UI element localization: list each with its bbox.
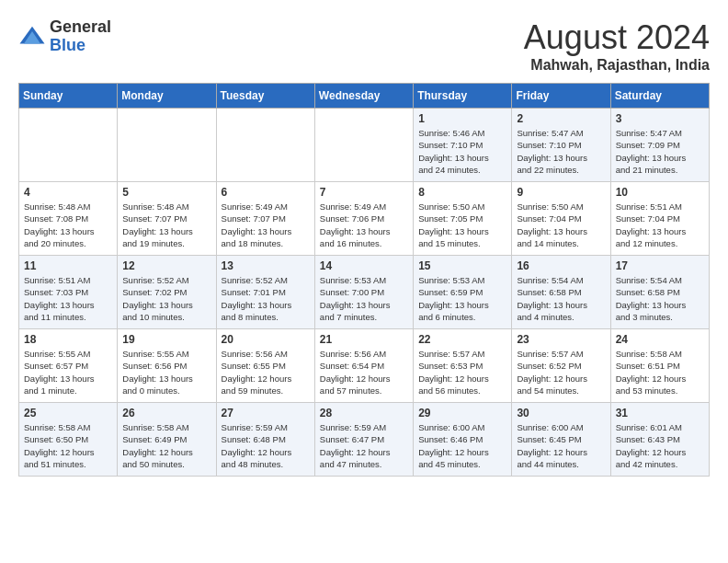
calendar-week-row: 11Sunrise: 5:51 AM Sunset: 7:03 PM Dayli… [19,256,710,329]
header-thursday: Thursday [414,84,512,109]
day-info: Sunrise: 5:50 AM Sunset: 7:04 PM Dayligh… [517,201,605,249]
day-info: Sunrise: 5:51 AM Sunset: 7:04 PM Dayligh… [616,201,704,249]
day-info: Sunrise: 5:53 AM Sunset: 7:00 PM Dayligh… [320,274,408,323]
logo: General Blue [18,18,111,55]
header-saturday: Saturday [610,84,709,109]
calendar-cell: 25Sunrise: 5:58 AM Sunset: 6:50 PM Dayli… [19,403,118,477]
page-header: General Blue August 2024 Mahwah, Rajasth… [18,18,710,74]
calendar-week-row: 4Sunrise: 5:48 AM Sunset: 7:08 PM Daylig… [19,182,710,256]
day-number: 10 [616,186,704,199]
calendar-cell: 1Sunrise: 5:46 AM Sunset: 7:10 PM Daylig… [414,109,512,182]
day-number: 11 [24,259,112,272]
day-number: 28 [320,407,408,419]
calendar-cell: 12Sunrise: 5:52 AM Sunset: 7:02 PM Dayli… [118,256,216,329]
day-number: 18 [24,333,112,346]
calendar-cell: 7Sunrise: 5:49 AM Sunset: 7:06 PM Daylig… [314,182,413,256]
calendar-cell: 26Sunrise: 5:58 AM Sunset: 6:49 PM Dayli… [118,403,216,477]
day-info: Sunrise: 5:46 AM Sunset: 7:10 PM Dayligh… [418,127,506,176]
day-number: 17 [616,259,704,272]
calendar-header-row: SundayMondayTuesdayWednesdayThursdayFrid… [19,84,710,109]
calendar-cell: 15Sunrise: 5:53 AM Sunset: 6:59 PM Dayli… [414,256,512,329]
title-block: August 2024 Mahwah, Rajasthan, India [524,18,710,74]
calendar-body: 1Sunrise: 5:46 AM Sunset: 7:10 PM Daylig… [19,109,710,477]
day-number: 12 [122,259,210,272]
calendar-cell: 13Sunrise: 5:52 AM Sunset: 7:01 PM Dayli… [216,256,314,329]
calendar-cell [118,109,216,182]
calendar-cell: 24Sunrise: 5:58 AM Sunset: 6:51 PM Dayli… [610,329,709,403]
day-number: 22 [418,333,506,346]
day-number: 5 [122,186,210,199]
day-info: Sunrise: 6:01 AM Sunset: 6:43 PM Dayligh… [616,421,704,470]
calendar-cell: 28Sunrise: 5:59 AM Sunset: 6:47 PM Dayli… [314,403,413,477]
day-info: Sunrise: 6:00 AM Sunset: 6:46 PM Dayligh… [418,421,506,470]
day-number: 13 [222,259,310,272]
day-number: 31 [616,407,704,419]
calendar-cell: 31Sunrise: 6:01 AM Sunset: 6:43 PM Dayli… [610,403,709,477]
day-info: Sunrise: 5:55 AM Sunset: 6:56 PM Dayligh… [122,348,210,396]
calendar-cell: 16Sunrise: 5:54 AM Sunset: 6:58 PM Dayli… [512,256,610,329]
day-info: Sunrise: 5:52 AM Sunset: 7:01 PM Dayligh… [222,274,310,323]
day-number: 3 [616,112,704,125]
calendar-cell: 11Sunrise: 5:51 AM Sunset: 7:03 PM Dayli… [19,256,118,329]
day-number: 14 [320,259,408,272]
day-number: 21 [320,333,408,346]
calendar-cell: 9Sunrise: 5:50 AM Sunset: 7:04 PM Daylig… [512,182,610,256]
day-info: Sunrise: 5:58 AM Sunset: 6:50 PM Dayligh… [24,421,112,470]
day-number: 16 [517,259,605,272]
day-info: Sunrise: 5:49 AM Sunset: 7:07 PM Dayligh… [222,201,310,249]
calendar-cell: 30Sunrise: 6:00 AM Sunset: 6:45 PM Dayli… [512,403,610,477]
day-info: Sunrise: 5:58 AM Sunset: 6:49 PM Dayligh… [122,421,210,470]
day-info: Sunrise: 5:55 AM Sunset: 6:57 PM Dayligh… [24,348,112,396]
day-number: 27 [222,407,310,419]
calendar-cell: 10Sunrise: 5:51 AM Sunset: 7:04 PM Dayli… [610,182,709,256]
calendar-cell: 5Sunrise: 5:48 AM Sunset: 7:07 PM Daylig… [118,182,216,256]
day-info: Sunrise: 5:49 AM Sunset: 7:06 PM Dayligh… [320,201,408,249]
day-info: Sunrise: 5:48 AM Sunset: 7:08 PM Dayligh… [24,201,112,249]
header-tuesday: Tuesday [216,84,314,109]
day-info: Sunrise: 5:54 AM Sunset: 6:58 PM Dayligh… [517,274,605,323]
calendar-cell [216,109,314,182]
day-info: Sunrise: 5:48 AM Sunset: 7:07 PM Dayligh… [122,201,210,249]
calendar-cell: 8Sunrise: 5:50 AM Sunset: 7:05 PM Daylig… [414,182,512,256]
day-info: Sunrise: 5:52 AM Sunset: 7:02 PM Dayligh… [122,274,210,323]
header-friday: Friday [512,84,610,109]
day-number: 1 [418,112,506,125]
calendar-cell: 6Sunrise: 5:49 AM Sunset: 7:07 PM Daylig… [216,182,314,256]
day-info: Sunrise: 5:56 AM Sunset: 6:55 PM Dayligh… [222,348,310,396]
calendar-week-row: 18Sunrise: 5:55 AM Sunset: 6:57 PM Dayli… [19,329,710,403]
day-number: 30 [517,407,605,419]
header-sunday: Sunday [19,84,118,109]
calendar-cell: 27Sunrise: 5:59 AM Sunset: 6:48 PM Dayli… [216,403,314,477]
calendar-cell: 20Sunrise: 5:56 AM Sunset: 6:55 PM Dayli… [216,329,314,403]
calendar-cell: 2Sunrise: 5:47 AM Sunset: 7:10 PM Daylig… [512,109,610,182]
day-number: 4 [24,186,112,199]
day-number: 29 [418,407,506,419]
day-number: 15 [418,259,506,272]
calendar-week-row: 1Sunrise: 5:46 AM Sunset: 7:10 PM Daylig… [19,109,710,182]
calendar-cell [19,109,118,182]
calendar-cell: 18Sunrise: 5:55 AM Sunset: 6:57 PM Dayli… [19,329,118,403]
day-info: Sunrise: 5:59 AM Sunset: 6:47 PM Dayligh… [320,421,408,470]
header-monday: Monday [118,84,216,109]
day-number: 6 [222,186,310,199]
calendar-cell: 14Sunrise: 5:53 AM Sunset: 7:00 PM Dayli… [314,256,413,329]
day-number: 20 [222,333,310,346]
day-info: Sunrise: 5:57 AM Sunset: 6:53 PM Dayligh… [418,348,506,396]
calendar-cell: 21Sunrise: 5:56 AM Sunset: 6:54 PM Dayli… [314,329,413,403]
calendar-cell: 23Sunrise: 5:57 AM Sunset: 6:52 PM Dayli… [512,329,610,403]
logo-general-text: General [50,18,111,37]
day-info: Sunrise: 5:58 AM Sunset: 6:51 PM Dayligh… [616,348,704,396]
logo-icon [18,23,46,51]
day-info: Sunrise: 6:00 AM Sunset: 6:45 PM Dayligh… [517,421,605,470]
day-number: 2 [517,112,605,125]
calendar-cell: 4Sunrise: 5:48 AM Sunset: 7:08 PM Daylig… [19,182,118,256]
day-info: Sunrise: 5:50 AM Sunset: 7:05 PM Dayligh… [418,201,506,249]
day-number: 25 [24,407,112,419]
day-info: Sunrise: 5:53 AM Sunset: 6:59 PM Dayligh… [418,274,506,323]
month-title: August 2024 [524,18,710,57]
day-info: Sunrise: 5:47 AM Sunset: 7:10 PM Dayligh… [517,127,605,176]
calendar-cell: 29Sunrise: 6:00 AM Sunset: 6:46 PM Dayli… [414,403,512,477]
calendar-cell: 19Sunrise: 5:55 AM Sunset: 6:56 PM Dayli… [118,329,216,403]
day-info: Sunrise: 5:57 AM Sunset: 6:52 PM Dayligh… [517,348,605,396]
calendar-cell: 22Sunrise: 5:57 AM Sunset: 6:53 PM Dayli… [414,329,512,403]
